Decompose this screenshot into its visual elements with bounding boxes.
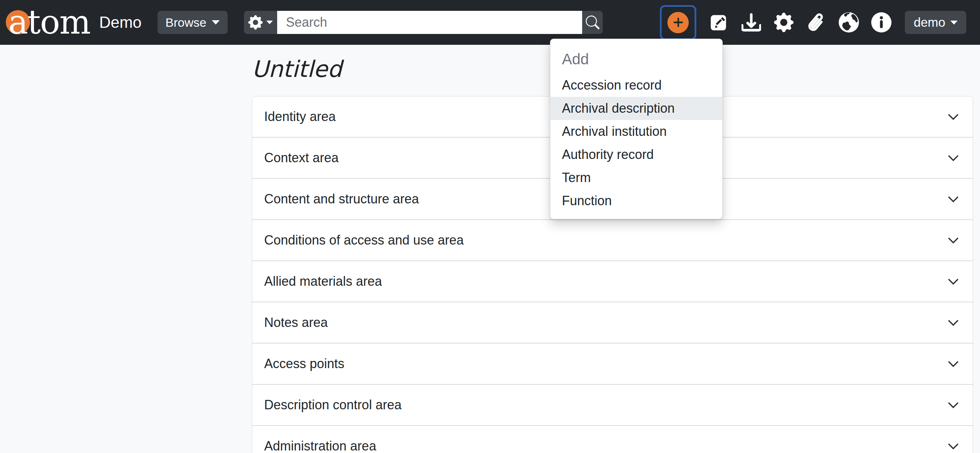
section-label: Identity area	[264, 109, 336, 124]
chevron-down-icon	[947, 151, 960, 164]
search-group	[244, 11, 603, 34]
search-input[interactable]	[277, 11, 582, 34]
menu-item-archival-institution[interactable]: Archival institution	[550, 120, 722, 143]
section-label: Content and structure area	[264, 191, 419, 207]
edit-button[interactable]	[709, 11, 729, 34]
section-label: Access points	[264, 356, 344, 371]
add-dropdown-menu: Add Accession record Archival descriptio…	[550, 39, 723, 219]
section-toggle[interactable]: Notes area	[252, 302, 973, 343]
section-label: Administration area	[264, 439, 376, 453]
section-label: Context area	[264, 150, 339, 165]
quick-links-button[interactable]	[871, 11, 891, 34]
import-icon	[741, 13, 761, 32]
add-icon	[667, 12, 689, 33]
section-toggle[interactable]: Conditions of access and use area	[252, 220, 973, 261]
chevron-down-icon	[947, 440, 960, 453]
admin-button[interactable]	[774, 11, 794, 34]
section-allied-materials-area: Allied materials area	[252, 261, 973, 302]
edit-icon	[710, 13, 728, 32]
info-icon	[871, 12, 891, 32]
section-toggle[interactable]: Access points	[252, 343, 973, 384]
section-label: Description control area	[264, 397, 401, 413]
search-icon	[586, 16, 600, 29]
globe-icon	[839, 12, 859, 32]
chevron-down-icon	[947, 275, 960, 288]
browse-dropdown-button[interactable]: Browse	[158, 11, 228, 34]
chevron-down-icon	[947, 399, 960, 412]
section-toggle[interactable]: Administration area	[252, 426, 973, 453]
menu-item-authority-record[interactable]: Authority record	[550, 143, 722, 166]
menu-item-accession-record[interactable]: Accession record	[550, 74, 722, 97]
section-label: Notes area	[264, 315, 328, 330]
chevron-down-icon	[947, 357, 960, 370]
user-menu-button[interactable]: demo	[905, 11, 966, 34]
language-button[interactable]	[839, 11, 859, 34]
section-conditions-area: Conditions of access and use area	[252, 219, 973, 261]
menu-item-archival-description[interactable]: Archival description	[550, 97, 722, 120]
paperclip-icon	[803, 9, 830, 36]
username-label: demo	[913, 15, 945, 30]
section-description-control-area: Description control area	[252, 385, 973, 426]
caret-down-icon	[212, 20, 220, 25]
section-notes-area: Notes area	[252, 302, 973, 343]
chevron-down-icon	[947, 192, 960, 205]
section-label: Conditions of access and use area	[264, 233, 464, 248]
caret-down-icon	[266, 21, 273, 24]
add-menu-header: Add	[550, 46, 722, 72]
site-title: Demo	[99, 13, 141, 32]
clipboard-button[interactable]	[806, 11, 826, 34]
gear-icon	[774, 13, 794, 32]
top-navbar: atom Demo Browse	[0, 0, 980, 45]
search-options-dropdown-button[interactable]	[244, 11, 277, 34]
import-button[interactable]	[741, 11, 761, 34]
browse-label: Browse	[165, 16, 206, 30]
chevron-down-icon	[947, 234, 960, 247]
chevron-down-icon	[947, 316, 960, 329]
atom-logo[interactable]: atom	[6, 0, 88, 45]
section-label: Allied materials area	[264, 274, 382, 289]
chevron-down-icon	[947, 110, 960, 123]
add-menu-button[interactable]	[660, 5, 696, 40]
section-toggle[interactable]: Description control area	[252, 385, 973, 425]
menu-item-function[interactable]: Function	[550, 189, 722, 212]
logo-text: atom	[8, 0, 90, 45]
section-administration-area: Administration area	[252, 426, 973, 453]
search-submit-button[interactable]	[582, 11, 603, 34]
gear-icon	[248, 15, 263, 30]
section-access-points: Access points	[252, 343, 973, 385]
caret-down-icon	[950, 21, 958, 25]
section-toggle[interactable]: Allied materials area	[252, 261, 973, 302]
menu-item-term[interactable]: Term	[550, 166, 722, 189]
